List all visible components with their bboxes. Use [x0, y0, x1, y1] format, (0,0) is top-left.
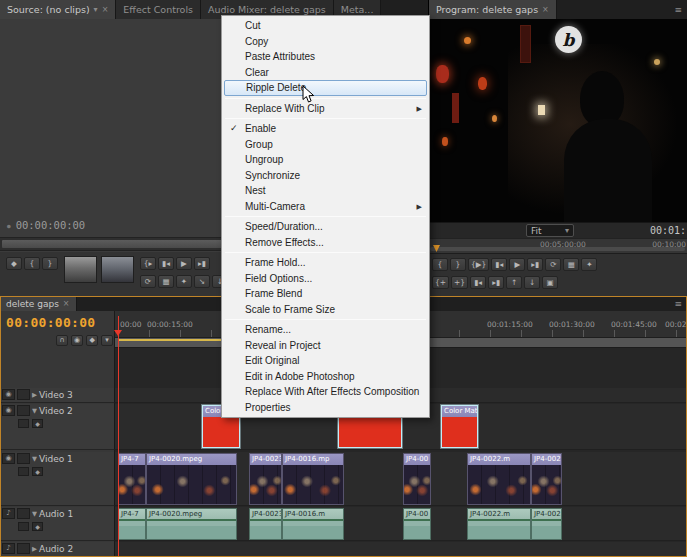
set-display-style-icon[interactable] [18, 419, 29, 428]
expand-track-icon[interactable]: ▶ [32, 545, 37, 553]
menu-item-replace-with-after-effects-composition[interactable]: Replace With After Effects Composition [223, 384, 428, 400]
track-lock-toggle[interactable] [17, 389, 30, 400]
set-encore-chapter-marker-button[interactable]: ◉ [71, 335, 83, 346]
menu-item-properties[interactable]: Properties [223, 400, 428, 416]
menu-item-edit-original[interactable]: Edit Original [223, 353, 428, 369]
insert-button[interactable]: ↘ [194, 275, 210, 288]
clip-jp4-0022-m[interactable]: JP4-0022.m [467, 453, 531, 505]
menu-item-multi-camera[interactable]: Multi-Camera▶ [223, 199, 428, 215]
panel-menu-icon[interactable]: ≡ [669, 0, 687, 19]
track-lock-toggle[interactable] [17, 508, 30, 519]
collapse-track-icon[interactable]: ▼ [32, 510, 37, 518]
tab-sequence-delete-gaps[interactable]: delete gaps × [0, 296, 77, 311]
keyframe-icon[interactable]: ◆ [32, 467, 43, 476]
play-button[interactable]: ▶ [176, 257, 192, 270]
panel-menu-arrow-icon[interactable]: ▾ [94, 5, 98, 14]
playhead[interactable] [118, 316, 119, 557]
keyframe-icon[interactable]: ◆ [32, 522, 43, 531]
close-icon[interactable]: × [542, 5, 549, 14]
close-icon[interactable]: × [102, 5, 109, 14]
safe-margins-button[interactable]: ▦ [563, 258, 579, 271]
playhead-head[interactable] [114, 330, 122, 336]
close-icon[interactable]: × [63, 299, 70, 308]
menu-item-field-options[interactable]: Field Options... [223, 271, 428, 287]
collapse-track-icon[interactable]: ▼ [32, 455, 37, 463]
clip-jp4-00[interactable]: JP4-00 [403, 508, 431, 540]
loop-button[interactable]: ⟳ [140, 275, 156, 288]
snap-button[interactable]: ∩ [56, 335, 68, 346]
menu-item-copy[interactable]: Copy [223, 34, 428, 50]
menu-item-speed-duration[interactable]: Speed/Duration... [223, 219, 428, 235]
menu-item-scale-to-frame-size[interactable]: Scale to Frame Size [223, 302, 428, 318]
drag-audio-only-icon[interactable] [101, 256, 134, 283]
step-back-button[interactable]: ▮◂ [158, 257, 174, 270]
clip-jp4-0023[interactable]: JP4-0023 [531, 453, 562, 505]
track-audio-2-lane[interactable] [115, 542, 687, 557]
clip-jp4-7[interactable]: JP4-7 [118, 508, 146, 540]
keyframe-icon[interactable]: ◆ [32, 419, 43, 428]
step-forward-button[interactable]: ▸▮ [527, 258, 543, 271]
step-forward-button[interactable]: ▸▮ [194, 257, 210, 270]
track-video-1-lane[interactable]: JP4-7JP4-0020.mpegJP4-0023JP4-0016.mpJP4… [115, 452, 687, 506]
set-display-style-icon[interactable] [18, 467, 29, 476]
menu-item-frame-hold[interactable]: Frame Hold... [223, 255, 428, 271]
mark-in-button[interactable]: { [24, 257, 40, 270]
tab-program[interactable]: Program: delete gaps × [429, 0, 557, 19]
go-to-out-button[interactable]: } [450, 258, 466, 271]
safe-margins-button[interactable]: ▦ [158, 275, 174, 288]
set-unnumbered-marker-button[interactable]: ◆ [86, 335, 98, 346]
timeline-current-timecode[interactable]: 00:00:00:00 [6, 315, 95, 330]
panel-menu-icon[interactable]: ≡ [669, 296, 687, 311]
clip-jp4-0023[interactable]: JP4-0023 [531, 508, 562, 540]
menu-item-paste-attributes[interactable]: Paste Attributes [223, 49, 428, 65]
menu-item-nest[interactable]: Nest [223, 183, 428, 199]
menu-item-ungroup[interactable]: Ungroup [223, 152, 428, 168]
output-button[interactable]: ✦ [581, 258, 597, 271]
program-scrub-area[interactable]: 00:05:00:00 00:10:00 [428, 238, 687, 253]
menu-item-edit-in-adobe-photoshop[interactable]: Edit in Adobe Photoshop [223, 369, 428, 385]
export-frame-button[interactable]: ▣ [542, 276, 558, 289]
toggle-track-mute-icon[interactable]: ♪ [2, 508, 15, 519]
clip-jp4-00[interactable]: JP4-00 [403, 453, 431, 505]
menu-item-replace-with-clip[interactable]: Replace With Clip▶ [223, 101, 428, 117]
play-in-to-out-button[interactable]: {▶} [468, 258, 489, 271]
tab-effect-controls[interactable]: Effect Controls [116, 0, 201, 19]
menu-item-remove-effects[interactable]: Remove Effects... [223, 235, 428, 251]
toggle-track-output-icon[interactable]: ◉ [2, 389, 15, 400]
track-lock-toggle[interactable] [17, 453, 30, 464]
menu-item-group[interactable]: Group [223, 137, 428, 153]
track-lock-toggle[interactable] [17, 405, 30, 416]
clip-jp4-0016-m[interactable]: JP4-0016.m [282, 508, 344, 540]
menu-item-clear[interactable]: Clear [223, 65, 428, 81]
track-audio-1-lane[interactable]: JP4-7JP4-0020.mpegJP4-0023JP4-0016.mJP4-… [115, 507, 687, 541]
clip-jp4-7[interactable]: JP4-7 [118, 453, 146, 505]
expand-track-icon[interactable]: ▶ [32, 391, 37, 399]
menu-item-ripple-delete[interactable]: Ripple Delete [224, 80, 427, 96]
tab-source[interactable]: Source: (no clips) ▾ × [0, 0, 116, 19]
menu-item-reveal-in-project[interactable]: Reveal in Project [223, 338, 428, 354]
go-previous-edit-button[interactable]: ▮◂ [470, 276, 486, 289]
lift-button[interactable]: ↑ [506, 276, 522, 289]
toggle-track-output-icon[interactable]: ◉ [2, 405, 15, 416]
clip-jp4-0023[interactable]: JP4-0023 [249, 508, 282, 540]
toggle-track-mute-icon[interactable]: ♪ [2, 543, 15, 554]
marker-button[interactable]: ◆ [6, 257, 22, 270]
extract-button[interactable]: ↓ [524, 276, 540, 289]
menu-item-enable[interactable]: Enable✓ [223, 121, 428, 137]
zoom-level-select[interactable]: Fit ▾ [526, 224, 574, 237]
track-lock-toggle[interactable] [17, 543, 30, 554]
clip-jp4-0023[interactable]: JP4-0023 [249, 453, 282, 505]
go-next-edit-button[interactable]: ▸▮ [488, 276, 504, 289]
loop-button[interactable]: ⟳ [545, 258, 561, 271]
go-to-in-button[interactable]: {▸ [140, 257, 156, 270]
mark-out-button[interactable]: +} [451, 276, 468, 289]
marker-menu-button[interactable]: ▾ [101, 335, 113, 346]
clip-jp4-0020-mpeg[interactable]: JP4-0020.mpeg [146, 508, 237, 540]
play-button[interactable]: ▶ [509, 258, 525, 271]
go-to-in-button[interactable]: { [432, 258, 448, 271]
collapse-track-icon[interactable]: ▼ [32, 407, 37, 415]
set-display-style-icon[interactable] [18, 522, 29, 531]
clip-jp4-0022-m[interactable]: JP4-0022.m [467, 508, 531, 540]
clip-color-matt[interactable]: Color Matt [441, 405, 478, 448]
drag-video-only-icon[interactable] [64, 256, 97, 283]
